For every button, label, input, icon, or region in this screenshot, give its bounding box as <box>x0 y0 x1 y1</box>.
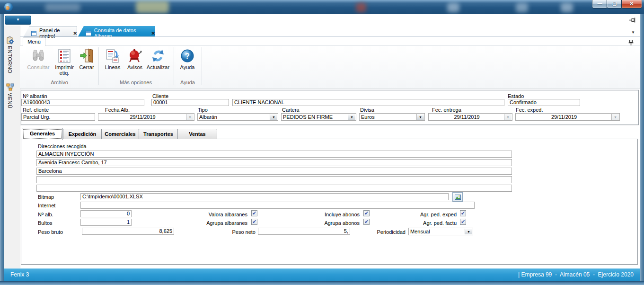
num-alb-label: Nº alb. <box>38 212 53 217</box>
quick-access-strip <box>4 14 640 26</box>
agrupa-albaranes-checkbox[interactable]: ✔ <box>251 219 257 225</box>
fec-entrega-combo[interactable]: 29/11/2019▼ <box>428 113 512 121</box>
chevron-down-icon[interactable]: ▼ <box>186 114 194 120</box>
cliente-name-field[interactable]: CLIENTE NACIONAL <box>232 99 504 106</box>
ribbon-group-archivo: Archivo <box>21 80 98 85</box>
lineas-button[interactable]: Lineas <box>101 47 124 77</box>
agr-ped-factu-label: Agr. ped. factu <box>400 220 457 226</box>
agrupa-albaranes-label: Agrupa albaranes <box>185 220 247 226</box>
titlebar-glass-blob <box>447 3 459 12</box>
bitmap-label: Bitmap <box>38 194 54 200</box>
close-tab-icon[interactable]: ✕ <box>73 31 77 36</box>
bitmap-field[interactable]: C:\tmp\demo\00001.XLSX <box>80 193 449 200</box>
tab-generales[interactable]: Generales <box>22 128 63 140</box>
chevron-down-icon[interactable]: ▼ <box>416 114 424 120</box>
fecha-alb-combo[interactable]: 29/11/2019▼ <box>98 113 194 121</box>
num-albaran-field[interactable]: A19000043 <box>21 99 144 106</box>
tipo-label: Tipo <box>198 107 208 113</box>
peso-bruto-field[interactable]: 8,625 <box>82 228 174 235</box>
statusbar-context: | Empresa 99 - Almacén 05 - Ejercicio 20… <box>518 271 634 278</box>
chevron-down-icon[interactable]: ▼ <box>465 229 472 234</box>
menu-icon[interactable] <box>6 83 14 92</box>
cliente-code-field[interactable]: 00001 <box>151 99 229 106</box>
valora-albaranes-label: Valora albaranes <box>185 212 247 217</box>
alarm-bell-icon <box>127 48 142 63</box>
titlebar[interactable]: — ▢ ✕ <box>0 0 644 14</box>
tab-transportes[interactable]: Transportes <box>139 129 178 139</box>
button-label: Avisos <box>127 64 142 70</box>
agrupa-abonos-label: Agrupa abonos <box>303 220 360 226</box>
tab-comerciales[interactable]: Comerciales <box>101 129 139 139</box>
chevron-down-icon[interactable]: ▼ <box>348 114 355 120</box>
maximize-button[interactable]: ▢ <box>607 0 622 9</box>
fec-exped-label: Fec. exped. <box>516 107 543 113</box>
avisos-button[interactable]: Avisos <box>125 47 145 77</box>
close-tab-icon[interactable]: ✕ <box>151 31 155 36</box>
tab-list-dropdown-icon[interactable]: ▼ <box>631 30 635 35</box>
bultos-label: Bultos <box>38 220 53 226</box>
entorno-icon[interactable] <box>6 36 14 45</box>
ribbon-group-ayuda: Ayuda <box>174 80 202 85</box>
num-alb-field[interactable]: 0 <box>80 210 132 217</box>
ref-cliente-field[interactable]: Parcial Urg. <box>21 113 95 121</box>
direccion-line-2-field[interactable]: Avenida Francesc Cambo, 17 <box>36 159 512 166</box>
titlebar-glass-blob <box>356 3 366 12</box>
cerrar-button[interactable]: Cerrar <box>76 47 97 77</box>
peso-bruto-label: Peso bruto <box>38 229 63 235</box>
valora-albaranes-checkbox[interactable]: ✔ <box>251 210 257 216</box>
periodicidad-combo[interactable]: Mensual▼ <box>408 228 473 235</box>
close-button[interactable]: ✕ <box>621 0 642 9</box>
ribbon-tab-menu[interactable]: Menú <box>23 37 45 46</box>
window-border-bottom <box>0 281 644 285</box>
agr-ped-exped-checkbox[interactable]: ✔ <box>460 210 466 216</box>
bultos-field[interactable]: 1 <box>80 219 132 226</box>
tab-consulta-datos-albaran[interactable]: Consulta de datos Albaran ✕ <box>78 26 155 36</box>
actualizar-button[interactable]: Actualizar <box>145 47 171 77</box>
divisa-combo[interactable]: Euros▼ <box>359 113 425 121</box>
imprimir-etiq-button[interactable]: Imprimiretiq. <box>53 47 76 77</box>
tipo-combo[interactable]: Albarán▼ <box>197 113 278 121</box>
cliente-label: Cliente <box>152 93 168 99</box>
peso-neto-field[interactable]: 5, <box>258 228 350 235</box>
tab-ventas[interactable]: Ventas <box>177 129 217 139</box>
ribbon-group-mas-opciones: Más opciones <box>98 80 174 85</box>
estado-field[interactable]: Confirmado <box>508 99 580 106</box>
sidebar-item-entorno[interactable]: ENTORNO <box>7 46 13 73</box>
agr-ped-factu-checkbox[interactable]: ✔ <box>460 219 466 225</box>
agrupa-abonos-checkbox[interactable]: ✔ <box>363 219 370 225</box>
status-bar: Fenix 3 | Empresa 99 - Almacén 05 - Ejer… <box>4 268 640 281</box>
direccion-line-4-field[interactable] <box>36 176 512 183</box>
button-label: Imprimiretiq. <box>55 64 74 76</box>
picture-icon <box>455 195 461 200</box>
direccion-line-1-field[interactable]: ALMACEN INYECCIÓN <box>36 151 512 158</box>
internet-field[interactable] <box>80 202 475 209</box>
chevron-down-icon[interactable]: ▼ <box>611 114 619 120</box>
chevron-down-icon[interactable]: ▼ <box>504 114 512 120</box>
consultar-button[interactable]: Consultar <box>25 47 52 77</box>
bitmap-browse-button[interactable] <box>452 192 463 202</box>
ribbon-pin-icon[interactable] <box>628 39 634 46</box>
tab-panel-de-control[interactable]: Panel de control ✕ <box>24 26 77 36</box>
button-label: Lineas <box>105 64 120 70</box>
minimize-button[interactable]: — <box>592 0 608 9</box>
quick-menu-button[interactable]: ▼ <box>5 16 31 25</box>
app-window: — ▢ ✕ ▼ Panel de control ✕ Consulta de d… <box>0 0 644 285</box>
cartera-combo[interactable]: PEDIDOS EN FIRME▼ <box>281 113 356 121</box>
direccion-line-5-field[interactable] <box>36 185 512 192</box>
fecha-alb-label: Fecha Alb. <box>105 107 130 113</box>
document-lines-icon <box>105 48 120 63</box>
toolbar-separator <box>202 47 202 85</box>
agr-ped-exped-label: Agr. ped. exped <box>400 212 457 217</box>
auto-hide-pin-icon[interactable] <box>629 18 636 23</box>
sidebar-item-menu[interactable]: MENÚ <box>7 92 13 108</box>
chevron-down-icon[interactable]: ▼ <box>270 114 277 120</box>
help-icon: ? <box>180 48 195 63</box>
tab-expedicion[interactable]: Expedición <box>63 129 102 139</box>
ayuda-button[interactable]: ? Ayuda <box>176 47 199 77</box>
incluye-abonos-checkbox[interactable]: ✔ <box>363 210 370 216</box>
direccion-line-3-field[interactable]: Barcelona <box>36 168 512 175</box>
binoculars-icon <box>31 48 46 63</box>
titlebar-glass-blob <box>136 1 169 13</box>
fec-exped-combo[interactable]: 29/11/2019▼ <box>515 113 620 121</box>
direcciones-recogida-label: Direcciones recogida <box>38 143 87 149</box>
